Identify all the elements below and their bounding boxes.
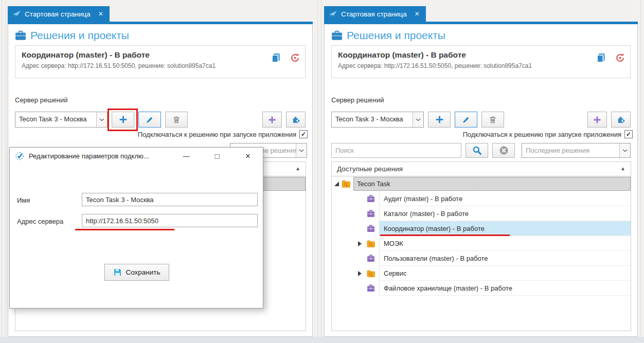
solution-icon — [366, 225, 375, 232]
tree-item[interactable]: Пользователи (master) - В работе — [332, 251, 631, 266]
recent-solutions-select[interactable]: Последние решения — [522, 143, 631, 158]
tree-item-label: Аудит (master) - В работе — [384, 195, 462, 203]
add-server-button[interactable] — [112, 112, 134, 128]
server-select[interactable]: Tecon Task 3 - Москва — [331, 112, 424, 128]
window-edge-line — [6, 0, 6, 337]
solution-icon — [366, 210, 375, 218]
copy-icon[interactable] — [596, 53, 606, 63]
save-icon — [113, 268, 122, 277]
trash-icon — [489, 116, 497, 124]
autoconnect-row: Подключаться к решению при запуске прило… — [15, 130, 308, 139]
plus-icon — [119, 115, 128, 124]
autoconnect-checkbox[interactable]: ✓ — [299, 130, 308, 138]
puzzle-icon — [292, 115, 300, 124]
sync-icon[interactable] — [615, 53, 625, 63]
server-select[interactable]: Tecon Task 3 - Москва — [15, 112, 108, 128]
tree-root-selection[interactable]: Tecon Task — [353, 177, 631, 191]
chevron-down-icon[interactable] — [413, 112, 423, 127]
plus-icon — [593, 116, 601, 124]
folder-icon — [366, 240, 375, 247]
window-edge-line — [640, 0, 641, 337]
name-field[interactable] — [82, 193, 258, 206]
solutions-section-header: Решения и проекты — [331, 29, 445, 42]
expander-collapsed-icon[interactable] — [358, 241, 362, 246]
solution-subtitle: Адрес сервера: http://172.16.51.50:5050,… — [338, 62, 584, 69]
sort-asc-icon[interactable]: ▲ — [620, 166, 625, 171]
briefcase-icon — [15, 30, 26, 41]
solution-icon — [366, 255, 375, 262]
tree-column-header[interactable]: Доступные решения ▲ — [332, 162, 631, 176]
tab-close-icon[interactable]: ✕ — [98, 10, 103, 17]
tree-item[interactable]: Файловое хранилище (master) - В работе — [332, 281, 631, 296]
chevron-down-icon[interactable] — [296, 143, 307, 157]
server-section-label: Сервер решений — [15, 96, 68, 104]
expander-expanded-icon[interactable] — [334, 182, 339, 186]
tree-item-label: Сервис — [384, 269, 407, 277]
annotation-address-underline — [75, 229, 174, 230]
address-field[interactable] — [82, 214, 258, 227]
plus-icon — [435, 115, 444, 124]
tab-close-icon[interactable]: ✕ — [415, 10, 420, 17]
server-section-label: Сервер решений — [331, 96, 384, 104]
expander-collapsed-icon[interactable] — [358, 271, 362, 276]
tree-item-label: Каталог (master) - В работе — [384, 210, 469, 218]
connect-solution-button[interactable] — [286, 112, 306, 128]
add-solution-button[interactable] — [262, 112, 282, 128]
chevron-down-icon[interactable] — [96, 112, 107, 127]
search-button[interactable] — [466, 143, 488, 158]
tree-item[interactable]: Аудит (master) - В работе — [332, 191, 631, 206]
add-server-button[interactable] — [428, 112, 451, 128]
autoconnect-checkbox[interactable]: ✓ — [624, 130, 633, 138]
maximize-icon[interactable]: □ — [209, 148, 225, 164]
current-solution-card: Координатор (master) - В работе Адрес се… — [15, 45, 306, 78]
briefcase-icon — [331, 30, 343, 41]
start-page-content: Решения и проекты Координатор (master) -… — [324, 24, 638, 337]
sort-asc-icon[interactable]: ▲ — [295, 166, 300, 171]
tab-start-page[interactable]: Стартовая страница ✕ — [8, 6, 110, 22]
page-title: Решения и проекты — [30, 29, 129, 42]
solutions-tree-rows: Аудит (master) - В работе Каталог (maste… — [332, 191, 631, 296]
solutions-tree-panel: Доступные решения ▲ Tecon Task Аудит (ma… — [331, 161, 631, 331]
delete-server-button[interactable] — [165, 112, 188, 128]
chevron-down-icon[interactable] — [619, 143, 630, 157]
tree-item[interactable]: Каталог (master) - В работе — [332, 206, 631, 221]
search-input[interactable] — [331, 143, 461, 158]
edit-server-button[interactable] — [455, 112, 477, 128]
solutions-section-header: Решения и проекты — [15, 29, 129, 42]
close-icon[interactable]: ✕ — [240, 148, 256, 164]
bottom-strip — [0, 337, 644, 343]
edit-server-button[interactable] — [138, 112, 161, 128]
tree-item-root[interactable]: Tecon Task — [332, 176, 631, 191]
plus-icon — [268, 116, 276, 124]
search-row: Последние решения — [331, 143, 631, 158]
start-page-icon — [12, 10, 21, 17]
trash-icon — [172, 116, 181, 124]
right-window: Стартовая страница ✕ Решения и проекты К… — [324, 6, 638, 337]
minimize-icon[interactable]: — — [178, 148, 194, 164]
sync-icon[interactable] — [290, 53, 300, 63]
connect-solution-button[interactable] — [611, 112, 631, 128]
folder-icon — [366, 270, 375, 277]
server-row: Tecon Task 3 - Москва — [15, 112, 306, 128]
tab-start-page[interactable]: Стартовая страница ✕ — [324, 6, 426, 22]
dialog-titlebar[interactable]: Редактирование параметров подклю... — □ … — [10, 148, 263, 164]
save-button[interactable]: Сохранить — [104, 264, 169, 281]
autoconnect-label: Подключаться к решению при запуске прило… — [138, 131, 296, 138]
clear-search-button[interactable] — [492, 143, 515, 158]
server-row: Tecon Task 3 - Москва — [331, 112, 631, 128]
tree-item-label: МОЭК — [384, 240, 403, 247]
tree-item[interactable]: МОЭК — [332, 236, 631, 251]
autoconnect-label: Подключаться к решению при запуске прило… — [463, 131, 621, 138]
edit-connection-dialog: Редактирование параметров подклю... — □ … — [9, 147, 263, 309]
add-solution-button[interactable] — [587, 112, 607, 128]
current-solution-card: Координатор (master) - В работе Адрес се… — [331, 45, 631, 78]
solution-subtitle: Адрес сервера: http://172.16.51.50:5050,… — [22, 62, 267, 69]
address-field-label: Адрес сервера — [17, 218, 63, 225]
solution-title: Координатор (master) - В работе — [338, 50, 624, 60]
folder-icon — [342, 180, 350, 188]
delete-server-button[interactable] — [481, 112, 504, 128]
tree-item[interactable]: Сервис — [332, 266, 631, 281]
tree-item[interactable]: Координатор (master) - В работе — [332, 221, 631, 236]
window-edge-line — [317, 0, 318, 337]
copy-icon[interactable] — [271, 53, 281, 63]
